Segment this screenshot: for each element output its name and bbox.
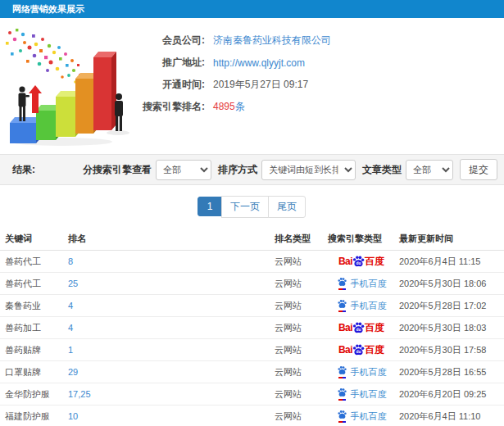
baidu-mobile-logo: 手机百度	[337, 277, 387, 290]
engine-cell: 手机百度	[325, 277, 397, 290]
company-label: 会员公司:	[139, 34, 205, 48]
engine-cell: Bai du 百度	[325, 321, 397, 335]
baidu-mobile-logo: 手机百度	[337, 410, 387, 423]
mobile-paw-icon	[337, 365, 347, 378]
engine-cell: Bai du 百度	[325, 255, 397, 269]
engine-filter-select[interactable]: 全部	[156, 160, 211, 180]
rank-type-cell: 云网站	[275, 278, 325, 290]
table-row: 兽药加工 4 云网站 Bai du 百度 2020年5月30日 18:03	[0, 317, 504, 339]
baidu-pc-logo: Bai du 百度	[338, 321, 384, 335]
engine-cell: Bai du 百度	[325, 343, 397, 357]
keyword-cell: 兽药贴牌	[0, 344, 68, 356]
header-keyword: 关键词	[0, 233, 68, 245]
growth-chart-graphic	[0, 25, 139, 147]
rank-type-cell: 云网站	[275, 322, 325, 334]
engine-filter-label: 分搜索引擎查看	[83, 163, 152, 177]
engine-cell: 手机百度	[325, 365, 397, 378]
rank-link[interactable]: 8	[68, 256, 275, 266]
rank-link[interactable]: 25	[68, 279, 275, 288]
baidu-mobile-logo: 手机百度	[337, 299, 387, 312]
businessman-left	[19, 86, 30, 121]
svg-text:du: du	[356, 328, 361, 332]
rank-type-cell: 云网站	[275, 388, 325, 401]
rank-link[interactable]: 4	[68, 323, 275, 333]
mobile-baidu-text: 手机百度	[351, 366, 387, 378]
baidu-cn-text: 百度	[365, 343, 384, 357]
table-header-row: 关键词 排名 排名类型 搜索引擎类型 最新更新时间	[0, 228, 504, 251]
rank-link[interactable]: 1	[68, 345, 275, 355]
updated-cell: 2020年6月20日 09:25	[397, 388, 504, 401]
mobile-baidu-text: 手机百度	[351, 410, 387, 423]
baidu-pc-logo: Bai du 百度	[338, 343, 384, 357]
page-1-button[interactable]: 1	[198, 197, 222, 216]
table-row: 秦鲁药业 4 云网站 手机百度 2020年5月28日	[0, 295, 504, 317]
engine-cell: 手机百度	[325, 387, 397, 401]
sort-filter-select[interactable]: 关键词由短到长排序	[261, 160, 356, 180]
table-row: 兽药贴牌 1 云网站 Bai du 百度 2020年5月30日 17:58	[0, 339, 504, 361]
submit-button[interactable]: 提交	[460, 159, 497, 180]
keyword-cell: 口罩贴牌	[0, 366, 68, 378]
table-row: 兽药代工 25 云网站 手机百度 2020年5月30日	[0, 273, 504, 295]
rank-type-cell: 云网站	[275, 366, 325, 378]
open-time-value: 2019年5月27日 09:17	[213, 78, 308, 92]
mobile-paw-icon	[337, 410, 347, 423]
info-row-opened: 开通时间: 2019年5月27日 09:17	[139, 74, 331, 96]
svg-text:du: du	[356, 350, 361, 354]
article-type-select[interactable]: 全部	[406, 160, 453, 180]
info-row-rank-count: 搜索引擎排名: 4895条	[139, 96, 331, 118]
last-page-button[interactable]: 尾页	[268, 196, 306, 218]
baidu-mobile-logo: 手机百度	[337, 365, 387, 378]
baidu-mobile-logo: 手机百度	[337, 387, 387, 401]
results-table: 关键词 排名 排名类型 搜索引擎类型 最新更新时间 兽药代工 8 云网站 Bai…	[0, 228, 504, 426]
rank-link[interactable]: 10	[68, 411, 275, 421]
company-link[interactable]: 济南秦鲁药业科技有限公司	[213, 34, 331, 48]
keyword-cell: 福建防护服	[0, 410, 68, 423]
rank-type-cell: 云网站	[275, 344, 325, 356]
promo-url-label: 推广地址:	[139, 56, 205, 70]
table-body: 兽药代工 8 云网站 Bai du 百度 2020年6月4日 11:15 兽药代…	[0, 251, 504, 426]
mobile-baidu-text: 手机百度	[351, 278, 387, 290]
svg-text:du: du	[356, 261, 361, 265]
page-title: 网络营销效果展示	[0, 0, 504, 18]
engine-cell: 手机百度	[325, 410, 397, 423]
mobile-paw-icon	[337, 299, 347, 312]
baidu-bai-text: Bai	[338, 344, 352, 356]
rank-type-cell: 云网站	[275, 256, 325, 268]
table-row: 金华防护服 17,25 云网站 手机百度 2020年6	[0, 383, 504, 406]
next-page-button[interactable]: 下一页	[221, 196, 269, 218]
rank-link[interactable]: 4	[68, 301, 275, 310]
table-row: 福建防护服 10 云网站 手机百度 2020年6月4日	[0, 406, 504, 426]
keyword-cell: 兽药代工	[0, 278, 68, 290]
result-label: 结果:	[7, 163, 35, 177]
rank-link[interactable]: 29	[68, 367, 275, 377]
promo-url-link[interactable]: http://www.qlyyjt.com	[213, 57, 305, 69]
baidu-pc-logo: Bai du 百度	[338, 255, 384, 269]
baidu-paw-icon: du	[352, 343, 366, 357]
mobile-baidu-text: 手机百度	[351, 388, 387, 401]
rank-type-cell: 云网站	[275, 410, 325, 423]
rank-count-number: 4895	[213, 101, 235, 112]
updated-cell: 2020年5月28日 17:02	[397, 300, 504, 312]
baidu-cn-text: 百度	[365, 255, 384, 269]
updated-cell: 2020年5月30日 18:06	[397, 278, 504, 290]
member-info: 会员公司: 济南秦鲁药业科技有限公司 推广地址: http://www.qlyy…	[139, 25, 331, 147]
confetti	[6, 29, 85, 84]
bar-red	[93, 52, 116, 130]
baidu-paw-icon: du	[352, 321, 366, 335]
baidu-bai-text: Bai	[338, 322, 352, 333]
keyword-cell: 秦鲁药业	[0, 300, 68, 312]
baidu-cn-text: 百度	[365, 321, 384, 335]
mobile-baidu-text: 手机百度	[351, 300, 387, 312]
table-row: 兽药代工 8 云网站 Bai du 百度 2020年6月4日 11:15	[0, 251, 504, 273]
rank-link[interactable]: 17,25	[68, 389, 275, 399]
keyword-cell: 金华防护服	[0, 388, 68, 401]
baidu-bai-text: Bai	[338, 256, 352, 267]
header-rank: 排名	[68, 233, 275, 245]
info-section: 会员公司: 济南秦鲁药业科技有限公司 推广地址: http://www.qlyy…	[0, 25, 504, 147]
keyword-cell: 兽药加工	[0, 322, 68, 334]
mobile-paw-icon	[337, 387, 347, 401]
table-row: 口罩贴牌 29 云网站 手机百度 2020年5月28日	[0, 361, 504, 383]
open-time-label: 开通时间:	[139, 78, 205, 92]
info-row-url: 推广地址: http://www.qlyyjt.com	[139, 52, 331, 74]
filter-panel: 结果: 分搜索引擎查看 全部 排序方式 关键词由短到长排序 文章类型 全部 提交	[0, 154, 504, 185]
